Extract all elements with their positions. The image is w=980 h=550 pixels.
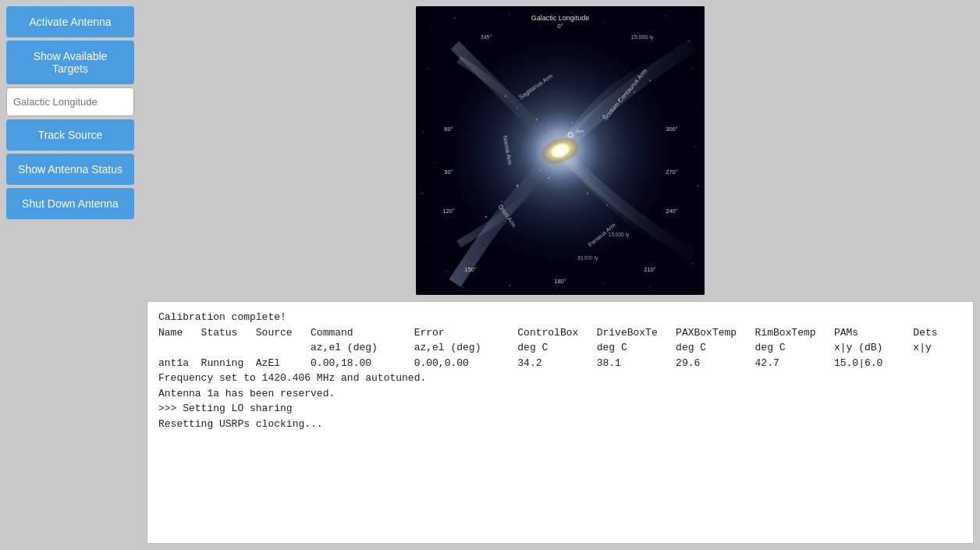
- svg-point-22: [687, 225, 688, 225]
- galaxy-image: Galactic Longitude 0° 15,000 ly 345° 60°…: [416, 6, 705, 295]
- svg-point-7: [603, 22, 604, 23]
- svg-point-24: [463, 287, 463, 288]
- svg-point-19: [697, 108, 698, 108]
- svg-text:0°: 0°: [557, 23, 563, 30]
- svg-text:270°: 270°: [666, 169, 678, 176]
- svg-text:90°: 90°: [444, 169, 453, 176]
- svg-point-50: [540, 169, 541, 171]
- svg-text:210°: 210°: [644, 266, 656, 273]
- svg-point-44: [536, 119, 538, 120]
- svg-point-11: [428, 69, 428, 69]
- svg-point-43: [606, 204, 608, 206]
- svg-point-9: [666, 16, 666, 16]
- galactic-longitude-input[interactable]: [6, 87, 134, 116]
- console-panel: Calibration complete! Name Status Source…: [147, 301, 974, 544]
- track-source-button[interactable]: Track Source: [6, 119, 134, 151]
- svg-text:Sun: Sun: [576, 129, 584, 133]
- sidebar: Activate Antenna Show Available Targets …: [0, 0, 140, 550]
- svg-text:30,000 ly: 30,000 ly: [577, 255, 598, 261]
- activate-antenna-button[interactable]: Activate Antenna: [6, 6, 134, 37]
- svg-point-15: [421, 193, 422, 193]
- svg-text:240°: 240°: [666, 208, 678, 215]
- svg-point-16: [430, 240, 431, 241]
- svg-text:345°: 345°: [481, 34, 492, 40]
- svg-point-48: [583, 134, 584, 136]
- svg-text:Galactic Longitude: Galactic Longitude: [531, 14, 590, 22]
- svg-point-40: [501, 200, 502, 202]
- svg-point-17: [447, 271, 448, 272]
- show-antenna-status-button[interactable]: Show Antenna Status: [6, 154, 134, 185]
- svg-point-12: [443, 100, 444, 101]
- svg-point-1: [431, 30, 432, 30]
- svg-text:150°: 150°: [464, 266, 477, 273]
- svg-point-37: [634, 91, 635, 93]
- svg-point-42: [587, 193, 588, 194]
- galaxy-image-container: Galactic Longitude 0° 15,000 ly 345° 60°…: [147, 6, 974, 295]
- svg-text:180°: 180°: [554, 278, 566, 285]
- main-content: Galactic Longitude 0° 15,000 ly 345° 60°…: [140, 0, 980, 550]
- svg-point-23: [692, 263, 693, 264]
- svg-point-14: [435, 162, 436, 163]
- svg-text:15,000 ly: 15,000 ly: [609, 232, 630, 238]
- svg-point-5: [541, 26, 541, 27]
- svg-text:60°: 60°: [444, 126, 453, 133]
- svg-text:120°: 120°: [442, 208, 455, 215]
- svg-point-21: [698, 185, 698, 186]
- svg-point-27: [602, 282, 603, 283]
- svg-point-18: [692, 68, 693, 69]
- svg-point-34: [556, 146, 565, 155]
- svg-point-25: [509, 285, 510, 286]
- svg-point-45: [517, 107, 518, 108]
- svg-point-38: [649, 80, 651, 81]
- svg-point-20: [695, 147, 696, 147]
- show-available-targets-button[interactable]: Show Available Targets: [6, 41, 134, 84]
- svg-point-2: [454, 17, 455, 18]
- svg-point-26: [556, 289, 557, 289]
- shut-down-antenna-button[interactable]: Shut Down Antenna: [6, 188, 134, 219]
- svg-point-28: [650, 287, 651, 288]
- svg-point-46: [505, 95, 506, 97]
- svg-point-3: [478, 37, 479, 38]
- svg-point-6: [571, 12, 572, 12]
- svg-point-47: [571, 122, 573, 124]
- svg-text:15,000 ly: 15,000 ly: [631, 34, 654, 41]
- svg-text:300°: 300°: [666, 126, 678, 133]
- svg-point-49: [548, 177, 549, 179]
- svg-point-39: [517, 185, 518, 186]
- svg-point-41: [485, 216, 487, 218]
- svg-point-13: [423, 130, 424, 131]
- svg-point-4: [509, 13, 510, 14]
